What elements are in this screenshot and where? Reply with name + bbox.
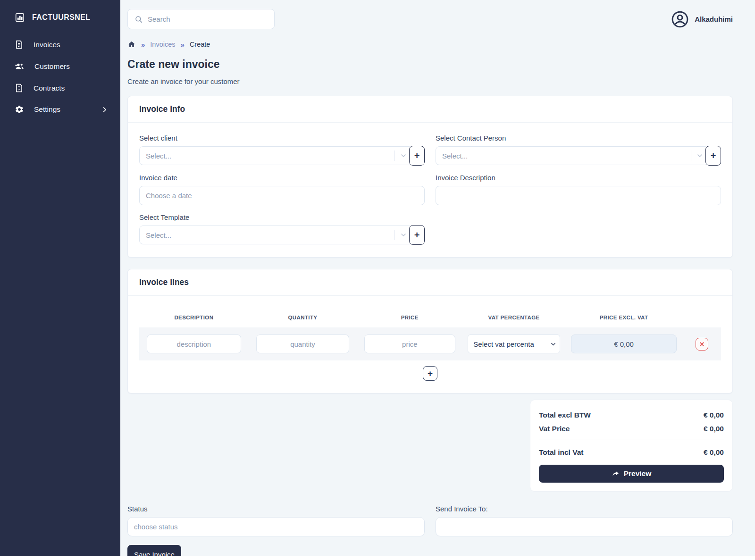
column-header-vat: VAT PERCENTAGE xyxy=(463,315,565,320)
vat-price-value: € 0,00 xyxy=(704,425,724,433)
select-client-label: Select client xyxy=(139,134,425,142)
user-menu[interactable]: Alkaduhimi xyxy=(671,10,733,28)
add-line-button[interactable]: + xyxy=(423,366,437,381)
line-price-excl-vat-value: € 0,00 xyxy=(571,334,677,353)
sidebar-item-label: Customers xyxy=(34,62,70,71)
add-client-button[interactable]: + xyxy=(409,146,425,166)
invoice-file-icon xyxy=(15,40,24,49)
chevron-down-icon xyxy=(550,341,557,348)
line-description-input[interactable] xyxy=(147,334,241,353)
page-subtitle: Create an invoice for your customer xyxy=(127,77,733,85)
sidebar-item-settings[interactable]: Settings xyxy=(0,99,120,120)
invoice-date-label: Invoice date xyxy=(139,174,425,182)
totals-divider xyxy=(539,440,724,440)
totals-card: Total excl BTW € 0,00 Vat Price € 0,00 T… xyxy=(530,400,733,492)
send-invoice-to-label: Send Invoice To: xyxy=(436,505,733,513)
user-name: Alkaduhimi xyxy=(695,15,733,23)
topbar: Alkaduhimi xyxy=(127,0,733,29)
total-incl-label: Total incl Vat xyxy=(539,448,583,457)
home-icon[interactable] xyxy=(127,40,136,49)
contact-person-label: Select Contact Person xyxy=(436,134,721,142)
invoice-lines-body: DESCRIPTION QUANTITY PRICE VAT PERCENTAG… xyxy=(128,296,732,393)
app-window: FACTUURSNEL Invoices Customers Contracts xyxy=(0,0,755,556)
select-client-dropdown[interactable]: Select... xyxy=(139,146,412,165)
contact-person-dropdown[interactable]: Select... xyxy=(436,146,709,165)
sidebar-nav: Invoices Customers Contracts Settings xyxy=(0,34,120,120)
x-delete-icon xyxy=(699,342,705,347)
breadcrumb-separator: » xyxy=(181,41,185,49)
bottom-form: Status Save Invoice Send Invoice To: xyxy=(127,505,733,556)
add-template-button[interactable]: + xyxy=(409,225,425,245)
status-input[interactable] xyxy=(127,517,425,536)
chevron-right-icon xyxy=(101,106,108,113)
user-avatar-icon xyxy=(671,10,689,28)
select-template-dropdown[interactable]: Select... xyxy=(139,226,412,244)
add-contact-button[interactable]: + xyxy=(705,146,721,166)
sidebar: FACTUURSNEL Invoices Customers Contracts xyxy=(0,0,120,556)
total-incl-value: € 0,00 xyxy=(704,448,724,457)
search-bar xyxy=(127,9,275,29)
gear-icon xyxy=(15,105,24,114)
search-icon xyxy=(134,15,143,24)
delete-line-button[interactable] xyxy=(696,338,708,351)
invoice-line-row: Select vat percenta € 0,00 xyxy=(139,327,721,360)
breadcrumb-link-invoices[interactable]: Invoices xyxy=(150,41,175,48)
invoice-date-input[interactable] xyxy=(139,186,425,205)
total-incl-row: Total incl Vat € 0,00 xyxy=(539,448,724,457)
vat-price-row: Vat Price € 0,00 xyxy=(539,425,724,433)
lines-table-header: DESCRIPTION QUANTITY PRICE VAT PERCENTAG… xyxy=(139,315,721,320)
invoice-info-body: Select client Select... + xyxy=(128,123,732,257)
search-input[interactable] xyxy=(148,15,268,23)
breadcrumb-current: Create xyxy=(190,41,210,48)
total-excl-row: Total excl BTW € 0,00 xyxy=(539,411,724,419)
invoice-lines-card: Invoice lines DESCRIPTION QUANTITY PRICE… xyxy=(127,269,733,393)
preview-button[interactable]: Preview xyxy=(539,465,724,483)
sidebar-item-label: Invoices xyxy=(34,41,60,49)
page-title: Crate new invoice xyxy=(127,58,733,71)
sidebar-item-invoices[interactable]: Invoices xyxy=(0,34,120,55)
vat-percentage-select[interactable]: Select vat percenta xyxy=(468,334,560,353)
vat-select-placeholder: Select vat percenta xyxy=(473,340,549,348)
invoice-info-card: Invoice Info Select client Select... xyxy=(127,96,733,258)
vat-price-label: Vat Price xyxy=(539,425,570,433)
column-header-quantity: QUANTITY xyxy=(249,315,357,320)
sidebar-item-label: Settings xyxy=(34,105,60,114)
brand-logo[interactable]: FACTUURSNEL xyxy=(0,0,120,28)
contract-file-icon xyxy=(15,84,24,92)
contact-person-placeholder: Select... xyxy=(442,152,691,160)
select-template-placeholder: Select... xyxy=(146,231,394,239)
save-invoice-button[interactable]: Save Invoice xyxy=(127,545,181,556)
invoice-description-label: Invoice Description xyxy=(436,174,721,182)
breadcrumb: » Invoices » Create xyxy=(127,40,733,49)
line-quantity-input[interactable] xyxy=(256,334,349,353)
column-header-price: PRICE xyxy=(357,315,462,320)
preview-button-label: Preview xyxy=(624,469,652,478)
send-invoice-to-input[interactable] xyxy=(436,517,733,536)
breadcrumb-separator: » xyxy=(141,41,145,49)
forward-arrow-icon xyxy=(612,470,620,478)
sidebar-item-contracts[interactable]: Contracts xyxy=(0,77,120,99)
select-template-label: Select Template xyxy=(139,213,425,221)
total-excl-value: € 0,00 xyxy=(704,411,724,419)
invoice-lines-title: Invoice lines xyxy=(128,269,732,296)
total-excl-label: Total excl BTW xyxy=(539,411,591,419)
line-price-input[interactable] xyxy=(364,334,455,353)
brand-name: FACTUURSNEL xyxy=(32,13,91,22)
sidebar-item-customers[interactable]: Customers xyxy=(0,55,120,77)
sidebar-item-label: Contracts xyxy=(34,84,65,92)
invoice-info-title: Invoice Info xyxy=(128,96,732,123)
select-client-placeholder: Select... xyxy=(146,152,394,160)
users-icon xyxy=(15,61,25,71)
column-header-price-excl: PRICE EXCL. VAT xyxy=(565,315,683,320)
column-header-description: DESCRIPTION xyxy=(139,315,249,320)
main-content: Alkaduhimi » Invoices » Create Crate new… xyxy=(120,0,755,556)
invoice-description-input[interactable] xyxy=(436,186,721,205)
bar-chart-logo-icon xyxy=(15,12,25,23)
status-label: Status xyxy=(127,505,425,513)
